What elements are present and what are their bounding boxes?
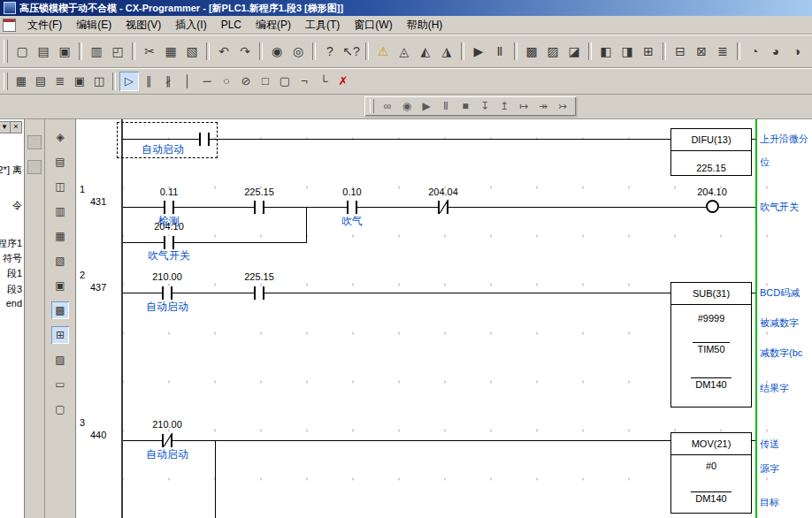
child-window-icon[interactable] [3, 19, 16, 32]
settings-button[interactable]: ◪ [563, 41, 585, 62]
toggle-project-button[interactable]: ⊠ [691, 41, 712, 62]
pause-button[interactable]: Ⅱ [436, 97, 456, 115]
instruction-box-button[interactable]: □ [256, 72, 275, 91]
menu-item[interactable]: 编辑(E) [69, 16, 119, 34]
instruction-block-sub[interactable]: SUB(31) #9999 TIM50 DM140 [670, 282, 752, 408]
toolbar-grip[interactable] [4, 72, 8, 90]
side-tool-5-button[interactable]: ▦ [51, 227, 69, 245]
contact-nc[interactable] [438, 201, 448, 214]
side-tool-12-button[interactable]: ▢ [51, 400, 69, 418]
work-online-button[interactable]: ▶ [468, 41, 489, 62]
tree-item-symbols[interactable]: 符号 [3, 252, 22, 265]
monitor-box-button[interactable]: ▣ [70, 72, 89, 91]
stop-button[interactable]: ■ [456, 97, 475, 115]
contact-no[interactable] [254, 201, 264, 214]
zoom-out-button[interactable]: ◕ [765, 41, 786, 62]
contact-no[interactable] [164, 201, 174, 214]
tree-item-program[interactable]: 程序1 [0, 237, 22, 250]
cross-reference-button[interactable]: ◧ [595, 41, 617, 62]
title-bar[interactable]: 高压锁模楔于动不合模 - CX-Programmer - [新PLC1.新程序1… [0, 0, 812, 16]
toggle-comment-button[interactable]: ≣ [712, 41, 733, 62]
instruction-block-mov[interactable]: MOV(21) #0 DM140 [670, 432, 752, 514]
watch-window-button[interactable]: ⊞ [638, 41, 659, 62]
show-grid-button[interactable]: ▦ [11, 72, 31, 91]
menu-item[interactable]: 编程(P) [249, 16, 298, 34]
side-tool-11-button[interactable]: ▭ [51, 376, 69, 393]
paste-button[interactable]: ▧ [181, 41, 203, 62]
toolbar-button[interactable] [663, 42, 666, 60]
continuous-step-button[interactable]: ↠ [533, 97, 553, 115]
side-tool-8-button[interactable]: ▩ [51, 301, 69, 319]
save-button[interactable]: ▣ [54, 41, 75, 62]
menu-item[interactable]: 文件(F) [20, 16, 69, 34]
io-table-button[interactable]: ▩ [521, 41, 542, 62]
contact-no[interactable] [254, 286, 264, 300]
output-coil[interactable] [706, 200, 719, 213]
output-window-button[interactable]: ⊟ [670, 41, 691, 62]
menu-item[interactable]: PLC [214, 17, 249, 33]
dock-icon[interactable] [27, 160, 42, 174]
menu-item[interactable]: 视图(V) [119, 16, 168, 34]
toolbar-button[interactable] [312, 42, 316, 60]
tree-item-section3[interactable]: 段3 [7, 283, 22, 296]
menu-item[interactable]: 插入(I) [168, 16, 213, 34]
contact-no-button[interactable]: ∥ [139, 72, 158, 91]
menu-item[interactable]: 工具(T) [298, 16, 347, 34]
menu-item[interactable]: 帮助(H) [400, 16, 450, 34]
coil-nc-button[interactable]: ⊘ [236, 72, 256, 91]
monitor-button[interactable]: Ⅱ [489, 41, 510, 62]
pause-monitoring-button[interactable]: ◉ [397, 97, 417, 115]
zoom-fit-button[interactable]: ◑ [786, 41, 808, 62]
toolbar-grip[interactable] [4, 40, 8, 62]
toolbar-button[interactable] [259, 42, 263, 60]
watch-box-button[interactable]: ◫ [89, 72, 109, 91]
step-in-button[interactable]: ↧ [475, 97, 494, 115]
side-tool-6-button[interactable]: ▧ [51, 252, 69, 270]
monitor-glasses-button[interactable]: ∞ [378, 97, 397, 115]
select-tool-button[interactable]: ▷ [119, 72, 139, 91]
falling-edge-button[interactable]: └ [314, 72, 333, 91]
tree-item[interactable]: 令 [12, 199, 22, 212]
print-button[interactable]: ▥ [86, 41, 107, 62]
toolbar-button[interactable] [365, 42, 369, 60]
rung-list-button[interactable]: ≣ [50, 72, 70, 91]
side-tool-4-button[interactable]: ▥ [51, 202, 69, 220]
ladder-editor[interactable]: 自动启动 DIFU(13) 225.15 上升沿微分 位 1 431 0.11 … [76, 119, 812, 518]
tree-item-section1[interactable]: 段1 [7, 267, 22, 280]
toolbar-button[interactable] [79, 42, 82, 60]
new-button[interactable]: ▢ [11, 41, 33, 62]
memory-button[interactable]: ▨ [542, 41, 563, 62]
side-tool-2-button[interactable]: ▤ [51, 153, 69, 171]
run-button[interactable]: ▶ [417, 97, 436, 115]
toolbar-grip[interactable] [370, 99, 374, 113]
tree-item-plc[interactable]: PM2*] 离 [0, 164, 22, 177]
menu-item[interactable]: 窗口(W) [347, 16, 399, 34]
contact-no[interactable] [162, 286, 172, 300]
instruction-block-difu[interactable]: DIFU(13) 225.15 [670, 128, 752, 176]
step-out-button[interactable]: ↥ [494, 97, 514, 115]
online-edit-button[interactable]: ◭ [415, 41, 436, 62]
contact-no[interactable] [164, 236, 174, 249]
side-tool-9-button[interactable]: ⊞ [51, 326, 69, 344]
replace-button[interactable]: ◎ [287, 41, 309, 62]
contact-no[interactable] [347, 201, 357, 214]
cut-button[interactable]: ✂ [139, 41, 160, 62]
step-over-button[interactable]: ↦ [514, 97, 533, 115]
project-tree-panel[interactable]: ▾ × PM2*] 离 令 程序1 符号 段1 段3 end [0, 119, 25, 518]
inverted-instruction-button[interactable]: ▢ [275, 72, 295, 91]
find-button[interactable]: ◉ [266, 41, 287, 62]
undo-button[interactable]: ↶ [213, 41, 234, 62]
program-check-button[interactable]: ◬ [394, 41, 415, 62]
compile-button[interactable]: ⚠ [372, 41, 394, 62]
side-tool-7-button[interactable]: ▣ [51, 277, 69, 294]
toolbar-button[interactable] [206, 42, 210, 60]
toolbar-button[interactable] [132, 42, 135, 60]
side-tool-1-button[interactable]: ◈ [51, 128, 69, 146]
print-preview-button[interactable]: ◰ [107, 41, 128, 62]
toolbar-button[interactable] [588, 42, 592, 60]
close-panel-button[interactable]: × [10, 121, 22, 133]
address-reference-button[interactable]: ◨ [617, 41, 638, 62]
rung-comment-button[interactable]: ▤ [31, 72, 50, 91]
tree-item-end[interactable]: end [6, 298, 22, 309]
transfer-button[interactable]: ◮ [436, 41, 457, 62]
